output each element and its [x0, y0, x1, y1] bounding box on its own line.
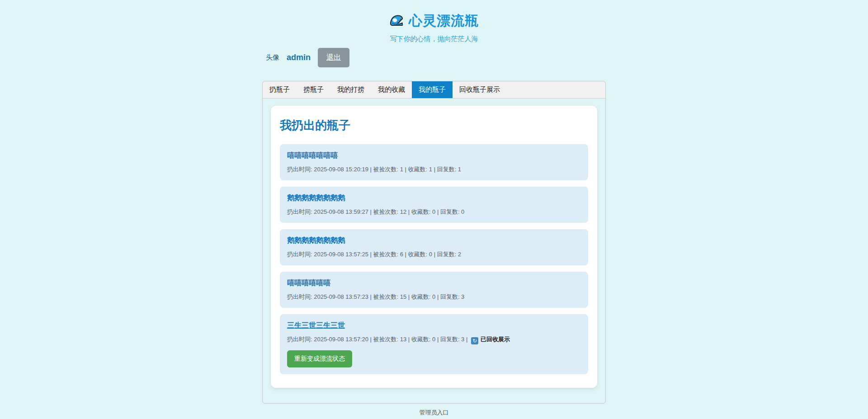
- admin-entry-link[interactable]: 管理员入口: [420, 409, 449, 416]
- main-panel: 扔瓶子捞瓶子我的打捞我的收藏我的瓶子回收瓶子展示 我扔出的瓶子 嘻嘻嘻嘻嘻嘻嘻 …: [262, 81, 606, 404]
- page-subtitle: 写下你的心情，抛向茫茫人海: [0, 35, 868, 43]
- wave-icon: [389, 14, 404, 28]
- refloat-button[interactable]: 重新变成漂流状态: [287, 350, 352, 367]
- tab[interactable]: 捞瓶子: [297, 81, 330, 98]
- bottle-meta-text: 扔出时间: 2025-09-08 13:59:27 | 被捡次数: 12 | 收…: [287, 208, 464, 215]
- recycle-arrows-icon: ↻: [471, 337, 478, 344]
- bottle-meta-text: 扔出时间: 2025-09-08 15:20:19 | 被捡次数: 1 | 收藏…: [287, 166, 461, 173]
- badge-separator: |: [466, 336, 469, 343]
- tab[interactable]: 扔瓶子: [263, 81, 297, 98]
- bottle-item: 鹅鹅鹅鹅鹅鹅鹅鹅 扔出时间: 2025-09-08 13:57:25 | 被捡次…: [280, 229, 588, 265]
- bottle-meta: 扔出时间: 2025-09-08 13:57:25 | 被捡次数: 6 | 收藏…: [287, 250, 581, 259]
- bottle-meta: 扔出时间: 2025-09-08 13:57:20 | 被捡次数: 13 | 收…: [287, 335, 581, 344]
- bottle-item: 嘻嘻嘻嘻嘻嘻嘻 扔出时间: 2025-09-08 15:20:19 | 被捡次数…: [280, 144, 588, 180]
- tab[interactable]: 回收瓶子展示: [453, 81, 507, 98]
- bottle-item: 鹅鹅鹅鹅鹅鹅鹅鹅 扔出时间: 2025-09-08 13:59:27 | 被捡次…: [280, 187, 588, 223]
- bottle-meta: 扔出时间: 2025-09-08 15:20:19 | 被捡次数: 1 | 收藏…: [287, 165, 581, 174]
- brand: 心灵漂流瓶: [0, 12, 868, 30]
- avatar: 头像: [266, 53, 279, 62]
- tab[interactable]: 我的打捞: [330, 81, 371, 98]
- bottle-meta: 扔出时间: 2025-09-08 13:57:23 | 被捡次数: 15 | 收…: [287, 293, 581, 301]
- bottle-meta-text: 扔出时间: 2025-09-08 13:57:25 | 被捡次数: 6 | 收藏…: [287, 251, 461, 258]
- tab[interactable]: 我的收藏: [371, 81, 412, 98]
- bottle-title-link[interactable]: 鹅鹅鹅鹅鹅鹅鹅鹅: [287, 236, 345, 245]
- bottle-item: 嘻嘻嘻嘻嘻嘻 扔出时间: 2025-09-08 13:57:23 | 被捡次数:…: [280, 272, 588, 308]
- bottle-item: 三生三世三生三世 扔出时间: 2025-09-08 13:57:20 | 被捡次…: [280, 314, 588, 374]
- bottle-meta-text: 扔出时间: 2025-09-08 13:57:20 | 被捡次数: 13 | 收…: [287, 336, 464, 343]
- badge-label: 已回收展示: [481, 336, 510, 343]
- bottle-meta-text: 扔出时间: 2025-09-08 13:57:23 | 被捡次数: 15 | 收…: [287, 293, 464, 300]
- tab[interactable]: 我的瓶子: [412, 81, 453, 98]
- bottle-title-link[interactable]: 嘻嘻嘻嘻嘻嘻: [287, 278, 330, 288]
- page-title: 心灵漂流瓶: [409, 12, 479, 30]
- bottle-title-link[interactable]: 三生三世三生三世: [287, 321, 345, 330]
- user-row: 头像 admin 退出: [262, 48, 606, 67]
- recycled-badge: | ↻已回收展示: [464, 336, 510, 343]
- bottle-meta: 扔出时间: 2025-09-08 13:59:27 | 被捡次数: 12 | 收…: [287, 208, 581, 216]
- page: 心灵漂流瓶 写下你的心情，抛向茫茫人海 头像 admin 退出 扔瓶子捞瓶子我的…: [0, 0, 868, 419]
- tab-bar: 扔瓶子捞瓶子我的打捞我的收藏我的瓶子回收瓶子展示: [263, 81, 605, 99]
- bottle-title-link[interactable]: 鹅鹅鹅鹅鹅鹅鹅鹅: [287, 193, 345, 203]
- bottle-list: 嘻嘻嘻嘻嘻嘻嘻 扔出时间: 2025-09-08 15:20:19 | 被捡次数…: [280, 144, 588, 374]
- section-heading: 我扔出的瓶子: [280, 118, 588, 133]
- header: 心灵漂流瓶 写下你的心情，抛向茫茫人海 头像 admin 退出: [0, 12, 868, 67]
- logout-button[interactable]: 退出: [318, 48, 349, 67]
- bottle-title-link[interactable]: 嘻嘻嘻嘻嘻嘻嘻: [287, 151, 338, 160]
- username: admin: [287, 53, 311, 62]
- content-card: 我扔出的瓶子 嘻嘻嘻嘻嘻嘻嘻 扔出时间: 2025-09-08 15:20:19…: [271, 106, 597, 388]
- footer: 管理员入口: [0, 408, 868, 419]
